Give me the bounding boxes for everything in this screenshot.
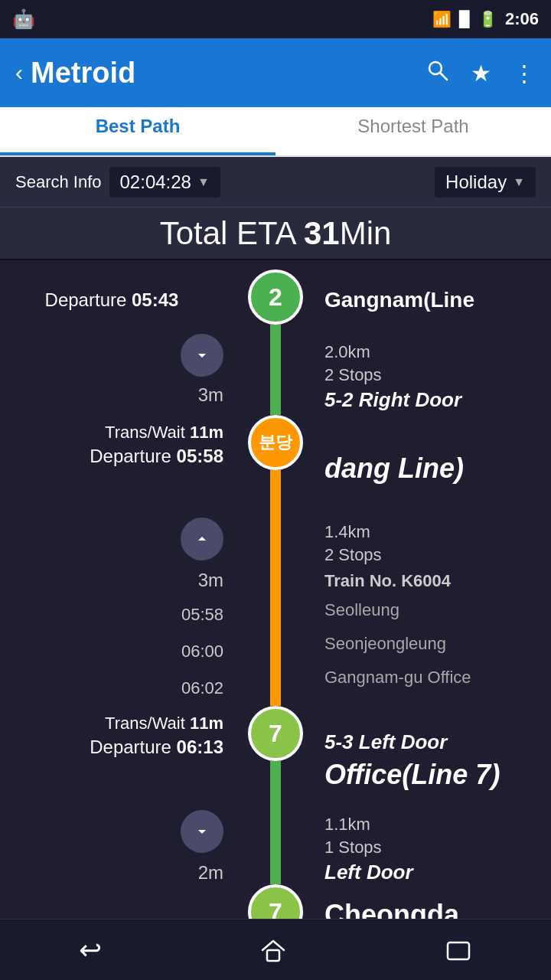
- nav-bar: ↩: [0, 919, 551, 980]
- line2-circle: 2: [248, 270, 303, 325]
- android-icon: 🤖: [12, 8, 35, 30]
- svg-rect-3: [448, 942, 469, 959]
- svg-rect-2: [267, 950, 279, 961]
- segment2-duration: 3m: [198, 570, 223, 591]
- app-bar: ‹ Metroid ★ ⋮: [0, 38, 551, 107]
- stop2-time: 06:00: [181, 642, 223, 662]
- transfer2-row: Trans/Wait 11m Departure 06:13 7 5-3 Lef…: [0, 706, 551, 807]
- eta-bar: Total ETA 31Min: [0, 207, 551, 260]
- route-content: Departure 05:43 2 Gangnam(Line 3m 2.0km …: [0, 260, 551, 919]
- eta-value: 31: [304, 215, 340, 251]
- transfer1-row: Trans/Wait 11m Departure 05:58 분당 dang L…: [0, 415, 551, 514]
- stop2-name: Seonjeongleung: [324, 634, 551, 654]
- search-icon[interactable]: [426, 59, 449, 87]
- segment2-stops: 2 Stops: [324, 545, 551, 565]
- back-icon[interactable]: ‹: [15, 60, 23, 86]
- day-dropdown-arrow: ▼: [513, 175, 525, 189]
- transfer1-wait: Trans/Wait 11m: [105, 423, 223, 443]
- recent-nav-button[interactable]: [445, 936, 472, 964]
- arrival-row: Arrival 06:15 7 Cheongda: [0, 884, 551, 919]
- toggle-expand-btn-1[interactable]: [181, 334, 223, 377]
- transfer2-station: Office(Line 7): [324, 759, 551, 791]
- day-type-selector[interactable]: Holiday ▼: [435, 167, 536, 198]
- departure-label: Departure 05:43: [45, 289, 179, 311]
- eta-suffix: Min: [340, 215, 392, 251]
- line7-circle-transfer: 7: [248, 706, 303, 761]
- segment3-door: Left Door: [324, 861, 551, 884]
- arrival-station-name: Cheongda: [324, 899, 459, 919]
- segment3-distance: 1.1km: [324, 815, 551, 835]
- time-selector[interactable]: 02:04:28 ▼: [109, 167, 220, 198]
- toggle-expand-btn-2[interactable]: [181, 518, 223, 560]
- menu-icon[interactable]: ⋮: [513, 60, 536, 87]
- segment1-door: 5-2 Right Door: [324, 388, 551, 412]
- segment1-stops: 2 Stops: [324, 365, 551, 385]
- app-title: Metroid: [31, 57, 426, 90]
- tab-shortest-path[interactable]: Shortest Path: [276, 107, 551, 155]
- line7-circle-arrival: 7: [248, 884, 303, 919]
- time-dropdown-arrow: ▼: [197, 175, 210, 189]
- transfer1-station-name: dang Line): [324, 452, 551, 485]
- tab-bar: Best Path Shortest Path: [0, 107, 551, 157]
- stop3-time: 06:02: [181, 678, 223, 698]
- transfer2-door: 5-3 Left Door: [324, 730, 551, 754]
- segment2-row: 3m 05:58 06:00 06:02 1.4km 2 Stops Train…: [0, 514, 551, 706]
- signal-icon: ▉: [459, 10, 471, 28]
- back-nav-button[interactable]: ↩: [79, 934, 102, 966]
- train-no: Train No. K6004: [324, 571, 551, 591]
- transfer2-departure: Departure 06:13: [90, 737, 223, 758]
- toggle-expand-btn-3[interactable]: [181, 810, 223, 853]
- stop3-name: Gangnam-gu Office: [324, 668, 551, 688]
- battery-icon: 🔋: [478, 10, 497, 28]
- segment3-stops: 1 Stops: [324, 838, 551, 858]
- segment2-distance: 1.4km: [324, 522, 551, 542]
- status-bar: 🤖 📶 ▉ 🔋 2:06: [0, 0, 551, 38]
- status-time: 2:06: [505, 9, 539, 29]
- stop1-time: 05:58: [181, 605, 223, 625]
- search-info-label: Search Info: [15, 172, 102, 192]
- wifi-icon: 📶: [432, 10, 452, 28]
- tab-best-path[interactable]: Best Path: [0, 107, 276, 155]
- favorite-icon[interactable]: ★: [471, 60, 491, 87]
- transfer2-wait: Trans/Wait 11m: [105, 714, 223, 733]
- transfer1-departure: Departure 05:58: [90, 446, 223, 467]
- eta-prefix: Total ETA: [160, 215, 304, 251]
- segment3-row: 2m 1.1km 1 Stops Left Door: [0, 807, 551, 884]
- segment1-row: 3m 2.0km 2 Stops 5-2 Right Door: [0, 331, 551, 415]
- segment1-distance: 2.0km: [324, 342, 551, 362]
- search-info-bar: Search Info 02:04:28 ▼ Holiday ▼: [0, 157, 551, 207]
- segment1-duration: 3m: [198, 384, 223, 406]
- svg-line-1: [440, 73, 447, 80]
- home-nav-button[interactable]: [259, 936, 287, 964]
- stop1-name: Seolleung: [324, 600, 551, 620]
- bundang-circle: 분당: [248, 415, 303, 470]
- departure-row: Departure 05:43 2 Gangnam(Line: [0, 260, 551, 331]
- segment3-duration: 2m: [198, 862, 223, 884]
- departure-station-name: Gangnam(Line: [324, 288, 474, 312]
